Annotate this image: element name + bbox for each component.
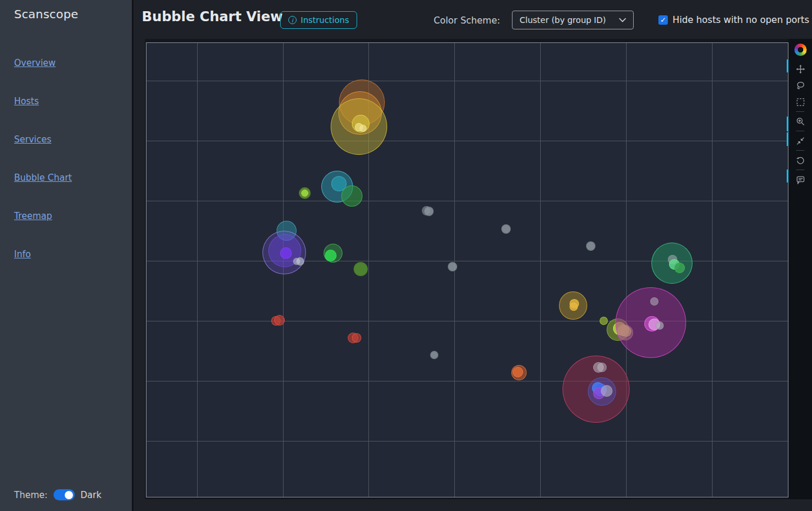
bubble-chart-plot[interactable] [146,42,788,497]
color-scheme-label: Color Scheme: [434,15,500,26]
modebar-separator [796,170,804,170]
theme-row: Theme: Dark [14,489,101,500]
color-scheme-selected-value: Cluster (by group ID) [520,15,606,25]
box-select-icon[interactable] [793,94,808,110]
toggle-hover-icon[interactable] [793,172,808,187]
gridline-vertical [712,43,713,497]
bubble-host-gray[interactable] [448,262,457,271]
bubble-host-gray[interactable] [430,351,438,359]
gridline-horizontal [147,321,788,321]
bubble-host-gray[interactable] [296,257,304,266]
bubble-cluster-yellow[interactable] [360,125,367,132]
modebar-active-indicator [787,132,788,146]
page-title: Bubble Chart View [142,9,283,24]
hide-hosts-checkbox[interactable]: ✓ [658,15,668,25]
info-icon: i [288,16,297,24]
bubble-host-gray[interactable] [650,297,658,306]
modebar-separator [796,111,804,112]
modebar-active-indicator [787,170,788,182]
sidebar-item-overview[interactable]: Overview [14,58,72,68]
bubble-chart-widget [145,39,812,499]
bubble-host-gray[interactable] [501,224,511,234]
bubble-cluster-green[interactable] [354,262,368,276]
lasso-select-icon[interactable] [793,78,808,93]
gridline-horizontal [147,141,788,141]
plotly-logo-icon[interactable] [794,44,807,56]
scanscope-app: { "sidebar": { "title": "Scanscope", "na… [0,0,812,511]
zoom-in-icon[interactable] [793,114,808,129]
instructions-button-label: Instructions [301,15,349,25]
bubble-cluster-seagreen[interactable] [674,263,685,273]
bubble-cluster-purple[interactable] [280,247,292,259]
autoscale-icon[interactable] [793,133,808,148]
gridline-horizontal [147,441,788,442]
theme-label: Theme: [14,490,48,500]
reset-axes-icon[interactable] [793,152,808,168]
bubble-cluster-red[interactable] [352,333,361,343]
gridline-horizontal [147,201,788,201]
sidebar-item-services[interactable]: Services [14,134,72,145]
bubble-cluster-gold[interactable] [570,303,578,311]
pan-icon[interactable] [793,61,808,77]
sidebar: Scanscope OverviewHostsServicesBubble Ch… [0,0,134,511]
plotly-modebar [788,39,812,499]
gridline-vertical [540,43,541,497]
theme-value: Dark [81,490,102,500]
bubble-host-gray[interactable] [655,321,664,330]
gridline-horizontal [147,81,788,81]
gridline-vertical [626,43,627,497]
bubble-cluster-lime[interactable] [301,190,308,197]
chevron-down-icon [619,18,626,22]
sidebar-item-bubble-chart[interactable]: Bubble Chart [14,172,72,183]
sidebar-item-treemap[interactable]: Treemap [14,211,72,221]
checkmark-icon: ✓ [660,16,666,24]
modebar-active-indicator [787,117,788,131]
bubble-host-gray[interactable] [422,206,431,215]
bubble-cluster-yellowgreen[interactable] [600,317,608,325]
bubble-cluster-green[interactable] [341,185,362,207]
bubble-host-gray[interactable] [586,241,595,251]
bubble-cluster-orangered[interactable] [513,367,523,377]
hide-hosts-label: Hide hosts with no open ports [673,15,809,25]
color-scheme-select[interactable]: Cluster (by group ID) [512,11,634,29]
modebar-separator [796,131,804,131]
theme-toggle-knob [65,491,73,499]
sidebar-item-hosts[interactable]: Hosts [14,96,72,107]
modebar-active-indicator [787,59,788,72]
sidebar-item-info[interactable]: Info [14,249,72,260]
sidebar-nav: OverviewHostsServicesBubble ChartTreemap… [14,58,72,287]
modebar-separator [796,150,804,151]
gridline-horizontal [147,381,788,381]
bubble-cluster-green[interactable] [325,250,337,261]
instructions-button[interactable]: i Instructions [280,11,357,29]
app-title: Scanscope [14,7,78,21]
bubble-cluster-red[interactable] [274,315,285,326]
bubble-host-gray[interactable] [597,363,607,372]
theme-toggle[interactable] [54,489,75,500]
bubble-host-gray[interactable] [601,385,613,397]
gridline-vertical [197,43,198,497]
